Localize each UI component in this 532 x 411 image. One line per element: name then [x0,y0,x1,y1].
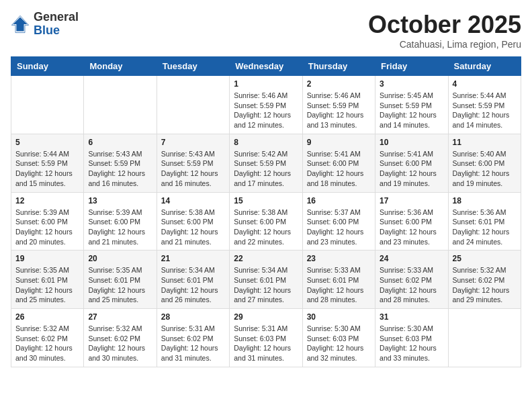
day-number: 16 [307,196,371,205]
day-number: 12 [15,196,79,205]
day-info: Sunrise: 5:39 AM Sunset: 6:00 PM Dayligh… [15,208,79,247]
day-number: 1 [234,79,298,89]
calendar-cell: 13Sunrise: 5:39 AM Sunset: 6:00 PM Dayli… [84,192,157,250]
day-info: Sunrise: 5:36 AM Sunset: 6:01 PM Dayligh… [453,208,517,247]
day-info: Sunrise: 5:31 AM Sunset: 6:03 PM Dayligh… [234,324,298,363]
col-wednesday: Wednesday [230,57,302,76]
day-info: Sunrise: 5:30 AM Sunset: 6:03 PM Dayligh… [380,324,443,363]
day-number: 14 [161,196,225,205]
week-row-1: 1Sunrise: 5:46 AM Sunset: 5:59 PM Daylig… [11,76,521,134]
day-info: Sunrise: 5:35 AM Sunset: 6:01 PM Dayligh… [15,265,79,305]
day-info: Sunrise: 5:32 AM Sunset: 6:02 PM Dayligh… [88,324,152,363]
day-info: Sunrise: 5:40 AM Sunset: 6:00 PM Dayligh… [453,149,517,189]
calendar-cell: 31Sunrise: 5:30 AM Sunset: 6:03 PM Dayli… [375,309,448,367]
day-info: Sunrise: 5:46 AM Sunset: 5:59 PM Dayligh… [307,91,371,130]
calendar-table: Sunday Monday Tuesday Wednesday Thursday… [11,56,521,367]
day-number: 31 [380,312,443,322]
calendar-cell: 18Sunrise: 5:36 AM Sunset: 6:01 PM Dayli… [448,192,521,250]
day-number: 23 [307,254,371,263]
calendar-cell [157,76,229,134]
calendar-cell: 8Sunrise: 5:42 AM Sunset: 5:59 PM Daylig… [230,134,302,192]
day-number: 26 [15,312,79,322]
day-number: 29 [234,312,298,322]
calendar-cell: 2Sunrise: 5:46 AM Sunset: 5:59 PM Daylig… [302,76,375,134]
calendar-cell [84,76,157,134]
col-thursday: Thursday [302,57,375,76]
day-info: Sunrise: 5:34 AM Sunset: 6:01 PM Dayligh… [161,265,225,305]
day-info: Sunrise: 5:45 AM Sunset: 5:59 PM Dayligh… [380,91,443,130]
calendar-cell: 30Sunrise: 5:30 AM Sunset: 6:03 PM Dayli… [302,309,375,367]
logo-icon [11,15,30,34]
calendar-cell [448,309,521,367]
calendar-cell: 10Sunrise: 5:41 AM Sunset: 6:00 PM Dayli… [375,134,448,192]
day-number: 8 [234,138,298,147]
week-row-4: 19Sunrise: 5:35 AM Sunset: 6:01 PM Dayli… [11,250,521,309]
day-number: 10 [380,138,443,147]
col-saturday: Saturday [448,57,521,76]
calendar-cell: 14Sunrise: 5:38 AM Sunset: 6:00 PM Dayli… [157,192,229,250]
day-info: Sunrise: 5:33 AM Sunset: 6:02 PM Dayligh… [380,265,443,305]
calendar-cell: 4Sunrise: 5:44 AM Sunset: 5:59 PM Daylig… [448,76,521,134]
day-info: Sunrise: 5:32 AM Sunset: 6:02 PM Dayligh… [453,265,517,305]
day-number: 28 [161,312,225,322]
day-info: Sunrise: 5:35 AM Sunset: 6:01 PM Dayligh… [88,265,152,305]
week-row-3: 12Sunrise: 5:39 AM Sunset: 6:00 PM Dayli… [11,192,521,250]
calendar-cell: 25Sunrise: 5:32 AM Sunset: 6:02 PM Dayli… [448,250,521,309]
day-info: Sunrise: 5:31 AM Sunset: 6:02 PM Dayligh… [161,324,225,363]
calendar-cell: 28Sunrise: 5:31 AM Sunset: 6:02 PM Dayli… [157,309,229,367]
day-number: 21 [161,254,225,263]
logo-text: General Blue [34,11,79,38]
calendar-cell: 22Sunrise: 5:34 AM Sunset: 6:01 PM Dayli… [230,250,302,309]
day-number: 27 [88,312,152,322]
calendar-cell: 21Sunrise: 5:34 AM Sunset: 6:01 PM Dayli… [157,250,229,309]
day-info: Sunrise: 5:42 AM Sunset: 5:59 PM Dayligh… [234,149,298,189]
day-number: 17 [380,196,443,205]
day-number: 4 [453,79,517,89]
day-number: 7 [161,138,225,147]
calendar-cell: 7Sunrise: 5:43 AM Sunset: 5:59 PM Daylig… [157,134,229,192]
day-number: 18 [453,196,517,205]
calendar-cell: 19Sunrise: 5:35 AM Sunset: 6:01 PM Dayli… [11,250,84,309]
day-number: 11 [453,138,517,147]
col-friday: Friday [375,57,448,76]
day-number: 25 [453,254,517,263]
col-monday: Monday [84,57,157,76]
calendar-cell: 3Sunrise: 5:45 AM Sunset: 5:59 PM Daylig… [375,76,448,134]
day-number: 5 [15,138,79,147]
calendar-cell: 6Sunrise: 5:43 AM Sunset: 5:59 PM Daylig… [84,134,157,192]
day-info: Sunrise: 5:41 AM Sunset: 6:00 PM Dayligh… [307,149,371,189]
header-row: Sunday Monday Tuesday Wednesday Thursday… [11,57,521,76]
col-sunday: Sunday [11,57,84,76]
logo-general: General [34,11,79,24]
day-info: Sunrise: 5:43 AM Sunset: 5:59 PM Dayligh… [88,149,152,189]
day-number: 2 [307,79,371,89]
day-info: Sunrise: 5:43 AM Sunset: 5:59 PM Dayligh… [161,149,225,189]
calendar-cell: 23Sunrise: 5:33 AM Sunset: 6:01 PM Dayli… [302,250,375,309]
day-number: 30 [307,312,371,322]
day-info: Sunrise: 5:44 AM Sunset: 5:59 PM Dayligh… [15,149,79,189]
day-info: Sunrise: 5:34 AM Sunset: 6:01 PM Dayligh… [234,265,298,305]
week-row-5: 26Sunrise: 5:32 AM Sunset: 6:02 PM Dayli… [11,309,521,367]
calendar-cell: 20Sunrise: 5:35 AM Sunset: 6:01 PM Dayli… [84,250,157,309]
calendar-cell: 16Sunrise: 5:37 AM Sunset: 6:00 PM Dayli… [302,192,375,250]
day-number: 3 [380,79,443,89]
day-info: Sunrise: 5:38 AM Sunset: 6:00 PM Dayligh… [234,208,298,247]
calendar-cell: 27Sunrise: 5:32 AM Sunset: 6:02 PM Dayli… [84,309,157,367]
page-header: General Blue October 2025 Catahuasi, Lim… [11,11,521,50]
day-info: Sunrise: 5:30 AM Sunset: 6:03 PM Dayligh… [307,324,371,363]
title-section: October 2025 Catahuasi, Lima region, Per… [368,11,521,50]
calendar-cell: 15Sunrise: 5:38 AM Sunset: 6:00 PM Dayli… [230,192,302,250]
calendar-cell: 26Sunrise: 5:32 AM Sunset: 6:02 PM Dayli… [11,309,84,367]
calendar-cell: 29Sunrise: 5:31 AM Sunset: 6:03 PM Dayli… [230,309,302,367]
calendar-body: 1Sunrise: 5:46 AM Sunset: 5:59 PM Daylig… [11,76,521,367]
calendar-cell: 5Sunrise: 5:44 AM Sunset: 5:59 PM Daylig… [11,134,84,192]
day-number: 24 [380,254,443,263]
calendar-cell [11,76,84,134]
day-info: Sunrise: 5:46 AM Sunset: 5:59 PM Dayligh… [234,91,298,130]
logo-blue: Blue [34,24,79,38]
day-info: Sunrise: 5:41 AM Sunset: 6:00 PM Dayligh… [380,149,443,189]
day-info: Sunrise: 5:33 AM Sunset: 6:01 PM Dayligh… [307,265,371,305]
calendar-cell: 11Sunrise: 5:40 AM Sunset: 6:00 PM Dayli… [448,134,521,192]
day-info: Sunrise: 5:39 AM Sunset: 6:00 PM Dayligh… [88,208,152,247]
calendar-cell: 1Sunrise: 5:46 AM Sunset: 5:59 PM Daylig… [230,76,302,134]
